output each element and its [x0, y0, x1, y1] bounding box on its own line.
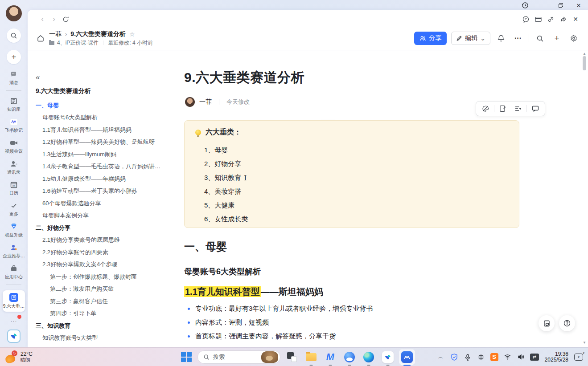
- collapse-outline-icon[interactable]: «: [36, 73, 40, 82]
- restore-button[interactable]: [557, 1, 565, 9]
- sidebar-item-wiki[interactable]: 知识库: [1, 97, 27, 112]
- security-shield-icon[interactable]: [448, 351, 460, 363]
- scroll-down-icon[interactable]: ▼: [583, 341, 586, 345]
- catalog-icon[interactable]: [510, 103, 526, 114]
- notification-center-icon[interactable]: zz: [573, 351, 584, 363]
- date: 2025/5/28: [545, 357, 568, 363]
- ime-mode-icon[interactable]: [475, 351, 487, 363]
- page-title[interactable]: 9.六大垂类赛道分析: [184, 69, 304, 87]
- share-button[interactable]: 分享: [414, 32, 447, 45]
- outline-item[interactable]: 母婴账号6大类型解析: [28, 112, 162, 124]
- scrollbar-thumb[interactable]: [583, 56, 586, 70]
- taskbar-search[interactable]: 搜索: [197, 350, 280, 364]
- search-in-doc-icon[interactable]: [534, 32, 546, 45]
- search-button[interactable]: [7, 28, 21, 43]
- author-avatar[interactable]: [185, 97, 195, 107]
- active-doc-app-button[interactable]: [399, 350, 415, 365]
- outline-item[interactable]: 1.1育儿知识科普型——斯坦福妈妈: [28, 124, 162, 136]
- outline-item[interactable]: 1.4亲子教育型——毛毛虫英语，八斤妈妈讲…: [28, 161, 162, 173]
- folder-path[interactable]: 4、iP正价课-课件: [57, 39, 99, 47]
- sidebar-item-minutes[interactable]: 飞书妙记: [1, 118, 27, 133]
- new-doc-button[interactable]: +: [551, 32, 563, 45]
- comment-icon[interactable]: [528, 103, 543, 114]
- scroll-up-icon[interactable]: ▲: [583, 52, 586, 56]
- bullet-icon: [188, 321, 190, 324]
- doc-link-icon[interactable]: [495, 103, 510, 114]
- close-window-button[interactable]: ✕: [575, 1, 583, 9]
- outline-item[interactable]: 第一步：创作爆款标题、爆款封面: [28, 271, 162, 283]
- tray-chevron-icon[interactable]: ︿: [435, 351, 447, 363]
- wifi-icon[interactable]: [502, 351, 514, 363]
- sidebar-item-upgrade[interactable]: 权益升级: [1, 222, 27, 237]
- outline-item[interactable]: 1.6萌娃互动型——老丁头家的小胖苏: [28, 185, 162, 198]
- home-icon[interactable]: [37, 34, 45, 42]
- create-button[interactable]: +: [7, 50, 21, 64]
- outline-item[interactable]: 第四步：引导下单: [28, 308, 162, 320]
- user-avatar[interactable]: [6, 5, 22, 21]
- star-icon[interactable]: ☆: [129, 31, 135, 38]
- outline-item[interactable]: 第二步：激发用户购买欲: [28, 283, 162, 296]
- share-forward-icon[interactable]: [557, 13, 569, 25]
- theme-palette-icon[interactable]: [478, 103, 493, 114]
- copy-link-icon[interactable]: [544, 13, 557, 25]
- outline-item[interactable]: 二、好物分享: [28, 222, 162, 234]
- feishu-app-button[interactable]: [380, 350, 395, 365]
- forward-button[interactable]: ›: [48, 13, 60, 25]
- callout-block[interactable]: 六大垂类： 1、母婴 2、好物分享 3、知识教育I 4、美妆穿搭 5、大健康 6…: [184, 120, 519, 228]
- sidebar-item-calendar[interactable]: 20 日历: [1, 180, 27, 195]
- edge-browser-button[interactable]: [361, 350, 376, 365]
- outline-item[interactable]: 知识教育账号5大类型: [28, 332, 162, 345]
- volume-icon[interactable]: [515, 351, 527, 363]
- task-view-button[interactable]: [284, 350, 300, 365]
- outline-item[interactable]: 2.2好物分享账号的四要素: [28, 246, 162, 259]
- outline-item[interactable]: 母婴脚本案例分享: [28, 210, 162, 222]
- sidebar-item-open-doc[interactable]: 9.六大垂…: [3, 290, 25, 312]
- sogou-input-icon[interactable]: S: [489, 351, 500, 363]
- minimize-button[interactable]: —: [539, 1, 547, 9]
- outline-doc-title[interactable]: 9.六大垂类赛道分析: [36, 87, 91, 95]
- edit-button[interactable]: 编辑 ⌄: [451, 32, 490, 45]
- comments-icon[interactable]: [519, 13, 532, 25]
- outline-item[interactable]: 60个母婴爆款选题分享: [28, 197, 162, 210]
- scrollbar[interactable]: ▲ ▼: [582, 50, 587, 347]
- start-button[interactable]: [178, 350, 193, 365]
- back-button[interactable]: ‹: [37, 13, 48, 25]
- sidebar-more-apps-button[interactable]: ···: [7, 316, 21, 326]
- more-options-button[interactable]: ···: [512, 32, 524, 45]
- help-icon[interactable]: [559, 315, 575, 331]
- sidebar-item-appcenter[interactable]: 应用中心: [1, 264, 27, 279]
- sidebar-item-meetings[interactable]: 视频会议: [1, 138, 27, 154]
- feishu-logo[interactable]: [7, 329, 21, 343]
- outline-item[interactable]: 1.2好物种草型——辣妈美美好物、是航航呀: [28, 136, 162, 149]
- outline-item[interactable]: 第三步：赢得客户信任: [28, 295, 162, 308]
- author-name[interactable]: 一菲: [199, 98, 212, 106]
- outline-item[interactable]: 2.3好物分享爆款文案4个步骤: [28, 259, 162, 271]
- outline-item[interactable]: 一、母婴: [28, 99, 162, 112]
- refresh-button[interactable]: [60, 13, 71, 25]
- close-tab-icon[interactable]: ✕: [569, 13, 582, 25]
- outline-item[interactable]: 1.5幼儿健康成长型——年糕妈妈: [28, 173, 162, 185]
- outline-item[interactable]: 2.1好物分享类账号的底层思维: [28, 234, 162, 247]
- history-icon[interactable]: [521, 1, 529, 9]
- weather-icon: 5: [5, 351, 17, 363]
- weather-widget[interactable]: 5 22°C 晴朗: [0, 351, 33, 363]
- input-switch-icon[interactable]: ⇄: [529, 351, 540, 363]
- sidebar-layout-icon[interactable]: [532, 13, 544, 25]
- outline-item[interactable]: 1.3生活辣妈——lilymum闹妈: [28, 148, 162, 161]
- sidebar-item-messages[interactable]: 消息: [1, 70, 27, 85]
- quark-browser-button[interactable]: [342, 350, 357, 365]
- taskbar-clock[interactable]: 19:36 2025/5/28: [542, 351, 571, 363]
- settings-gear-icon[interactable]: [567, 32, 580, 45]
- sidebar-item-contacts[interactable]: 通讯录: [1, 159, 27, 175]
- reading-mode-icon[interactable]: [539, 315, 555, 331]
- sidebar-item-referral[interactable]: 企业推荐…: [1, 243, 27, 258]
- m-app-button[interactable]: M: [323, 350, 338, 365]
- subsection-heading: 母婴账号6大类型解析: [184, 266, 261, 277]
- microphone-icon[interactable]: [462, 351, 473, 363]
- file-explorer-button[interactable]: [304, 350, 319, 365]
- sidebar-item-more[interactable]: 更多: [1, 201, 27, 216]
- outline-item[interactable]: 三、知识教育: [28, 320, 162, 332]
- notifications-bell-icon[interactable]: [495, 32, 507, 45]
- breadcrumb-title[interactable]: 9.六大垂类赛道分析: [70, 30, 126, 38]
- breadcrumb-parent[interactable]: 一菲: [49, 30, 62, 38]
